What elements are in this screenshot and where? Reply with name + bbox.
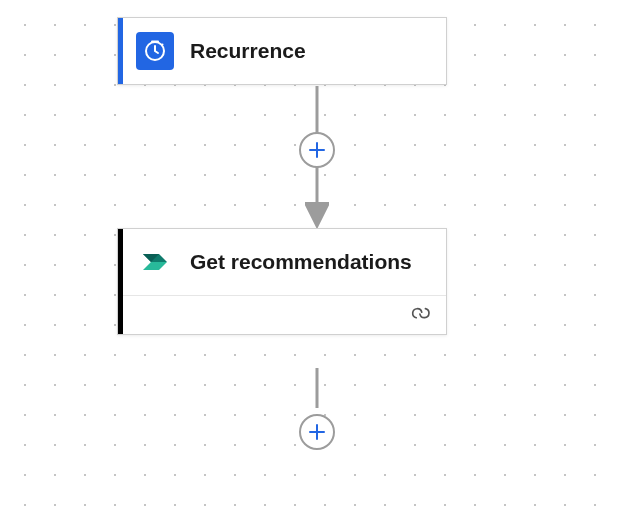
add-step-button-end[interactable] — [299, 414, 335, 450]
link-icon[interactable] — [408, 304, 430, 326]
connector-stub — [316, 368, 319, 408]
add-step-button[interactable] — [299, 132, 335, 168]
node-title: Get recommendations — [190, 249, 412, 275]
node-body: Get recommendations — [118, 229, 446, 295]
node-footer — [118, 295, 446, 334]
power-automate-icon — [136, 243, 174, 281]
get-recommendations-node[interactable]: Get recommendations — [117, 228, 447, 335]
flow-canvas[interactable]: Recurrence — [0, 0, 624, 513]
accent-stripe — [118, 229, 123, 334]
